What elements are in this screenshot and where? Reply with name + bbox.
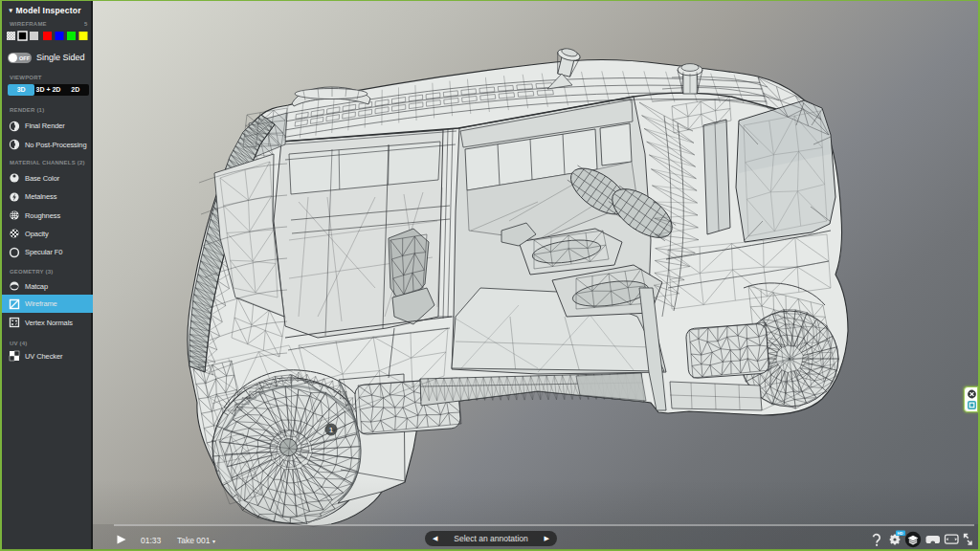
svg-text:1: 1 <box>329 426 334 434</box>
svg-text:HD: HD <box>898 531 903 536</box>
